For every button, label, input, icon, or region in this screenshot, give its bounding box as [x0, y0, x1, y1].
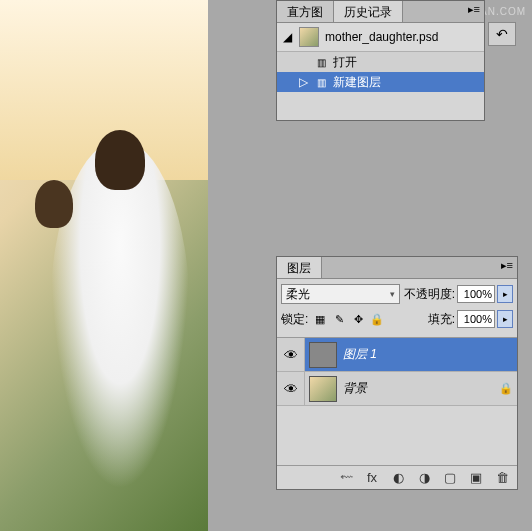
layer-thumbnail: [309, 376, 337, 402]
history-item-open[interactable]: ▥ 打开: [277, 52, 484, 72]
history-document-row[interactable]: ◢ mother_daughter.psd: [277, 23, 484, 52]
layer-row[interactable]: 👁 图层 1: [277, 338, 517, 372]
layer-group-icon[interactable]: ▢: [441, 469, 459, 487]
document-icon: ▥: [313, 55, 329, 69]
layer-visibility-icon[interactable]: 👁: [277, 372, 305, 406]
history-panel: 直方图 历史记录 ▸≡ ◢ mother_daughter.psd ▥ 打开 ▷…: [276, 0, 485, 121]
document-name: mother_daughter.psd: [325, 30, 438, 44]
photo-subject: [95, 130, 145, 190]
layers-list: 👁 图层 1 👁 背景 🔒: [277, 337, 517, 406]
opacity-slider-button[interactable]: ▸: [497, 285, 513, 303]
adjustment-layer-icon[interactable]: ◑: [415, 469, 433, 487]
layer-fx-icon[interactable]: fx: [363, 469, 381, 487]
layer-name: 背景: [343, 380, 367, 397]
lock-icon: 🔒: [499, 382, 513, 395]
tab-histogram[interactable]: 直方图: [277, 1, 334, 22]
document-icon: ▥: [313, 75, 329, 89]
blend-mode-value: 柔光: [286, 286, 310, 303]
layer-main[interactable]: 图层 1: [305, 338, 517, 371]
snapshot-marker-icon[interactable]: ◢: [283, 30, 299, 44]
layer-name: 图层 1: [343, 346, 377, 363]
panel-menu-icon[interactable]: ▸≡: [497, 257, 517, 278]
tab-history[interactable]: 历史记录: [334, 1, 403, 22]
opacity-input[interactable]: [457, 285, 495, 303]
layers-controls: 柔光 ▾ 不透明度: ▸ 锁定: ▦ ✎ ✥ 🔒 填充: ▸: [277, 279, 517, 337]
new-layer-icon[interactable]: ▣: [467, 469, 485, 487]
tab-layers[interactable]: 图层: [277, 257, 322, 278]
layers-footer: ⬳ fx ◐ ◑ ▢ ▣ 🗑: [277, 465, 517, 489]
history-item-label: 新建图层: [333, 74, 381, 91]
document-canvas[interactable]: [0, 0, 208, 531]
layer-main[interactable]: 背景 🔒: [305, 372, 517, 405]
history-active-icon: ▷: [299, 75, 313, 89]
history-side-buttons: ↶: [488, 22, 518, 48]
fill-input[interactable]: [457, 310, 495, 328]
lock-label: 锁定:: [281, 311, 308, 328]
layer-row[interactable]: 👁 背景 🔒: [277, 372, 517, 406]
chevron-down-icon: ▾: [390, 289, 395, 299]
layer-visibility-icon[interactable]: 👁: [277, 338, 305, 372]
lock-all-icon[interactable]: 🔒: [369, 311, 385, 327]
history-items: ▥ 打开 ▷ ▥ 新建图层: [277, 52, 484, 92]
document-thumbnail: [299, 27, 319, 47]
lock-pixels-icon[interactable]: ✎: [331, 311, 347, 327]
layers-panel: 图层 ▸≡ 柔光 ▾ 不透明度: ▸ 锁定: ▦ ✎ ✥ 🔒 填充:: [276, 256, 518, 490]
lock-transparency-icon[interactable]: ▦: [312, 311, 328, 327]
photo-subject: [35, 180, 73, 228]
link-layers-icon[interactable]: ⬳: [337, 469, 355, 487]
history-item-new-layer[interactable]: ▷ ▥ 新建图层: [277, 72, 484, 92]
history-snapshot-button[interactable]: ↶: [488, 22, 516, 46]
layer-mask-icon[interactable]: ◐: [389, 469, 407, 487]
layer-thumbnail: [309, 342, 337, 368]
fill-slider-button[interactable]: ▸: [497, 310, 513, 328]
blend-mode-select[interactable]: 柔光 ▾: [281, 284, 400, 304]
delete-layer-icon[interactable]: 🗑: [493, 469, 511, 487]
fill-label: 填充:: [428, 311, 455, 328]
opacity-label: 不透明度:: [404, 286, 455, 303]
history-item-label: 打开: [333, 54, 357, 71]
history-panel-tabs: 直方图 历史记录 ▸≡: [277, 1, 484, 23]
panel-menu-icon[interactable]: ▸≡: [464, 1, 484, 22]
layers-panel-tabs: 图层 ▸≡: [277, 257, 517, 279]
lock-position-icon[interactable]: ✥: [350, 311, 366, 327]
